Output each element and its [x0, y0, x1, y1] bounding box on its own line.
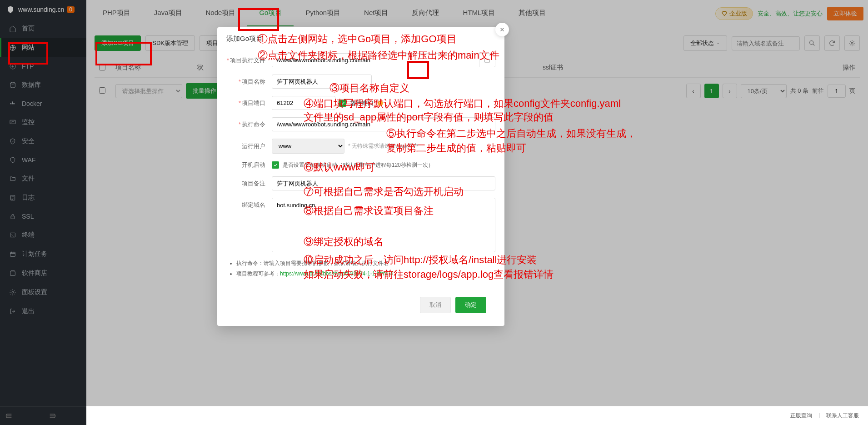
project-name-input[interactable]	[272, 75, 372, 89]
allow-port-label: 放行端口	[350, 99, 374, 107]
check-icon	[340, 101, 345, 105]
boot-text: 是否设置开机自动启动（默认自带守护进程每120秒检测一次）	[283, 161, 434, 169]
remark-input[interactable]	[272, 176, 495, 190]
add-go-project-modal: 添加Go项目 *项目执行文件 *项目名称 *项目端口	[217, 27, 504, 326]
run-user-select[interactable]: www	[272, 139, 344, 154]
browse-folder-button[interactable]	[479, 53, 495, 67]
external-link-icon	[389, 270, 394, 275]
domain-textarea[interactable]: bot.sunding.cn	[272, 198, 495, 252]
exec-file-input[interactable]	[272, 53, 479, 67]
cancel-button[interactable]: 取消	[420, 297, 451, 313]
close-icon	[499, 26, 505, 33]
exec-file-label: 项目执行文件	[230, 57, 265, 64]
modal-footer: 取消 确定	[226, 290, 495, 320]
tips: 执行命令：请输入项目需要携带的参数，默认请输入执行文件名 项目教程可参考：htt…	[226, 260, 495, 278]
domain-label: 绑定域名	[242, 201, 265, 208]
exec-cmd-label: 执行命令	[242, 121, 265, 128]
modal-close-button[interactable]	[495, 23, 509, 36]
boot-checkbox[interactable]	[272, 161, 279, 169]
port-input[interactable]	[272, 96, 335, 110]
project-name-label: 项目名称	[242, 78, 265, 85]
run-user-hint: * 无特殊需求请选择www用户	[348, 142, 418, 150]
tip-tutorial: 项目教程可参考：https://www.bt.cn/bbs/thread-930…	[236, 270, 495, 278]
exec-cmd-input[interactable]	[272, 117, 495, 131]
folder-icon	[484, 57, 491, 64]
boot-label: 开机启动	[242, 161, 265, 168]
question-icon[interactable]: ?	[377, 100, 384, 106]
svg-text:?: ?	[379, 101, 382, 105]
footer: 正版查询 | 联系人工客服	[86, 406, 868, 425]
tutorial-link[interactable]: https://www.bt.cn/bbs/thread-93034-1-1.h…	[280, 270, 387, 277]
confirm-button[interactable]: 确定	[455, 297, 486, 313]
modal-title: 添加Go项目	[217, 27, 504, 50]
footer-support-link[interactable]: 联系人工客服	[826, 412, 859, 420]
remark-label: 项目备注	[242, 180, 265, 187]
check-icon	[273, 163, 278, 167]
tip-cmd: 执行命令：请输入项目需要携带的参数，默认请输入执行文件名	[236, 260, 495, 267]
allow-port-checkbox[interactable]	[339, 100, 346, 107]
footer-query-link[interactable]: 正版查询	[790, 412, 812, 420]
port-label: 项目端口	[242, 100, 265, 106]
run-user-label: 运行用户	[242, 143, 265, 150]
